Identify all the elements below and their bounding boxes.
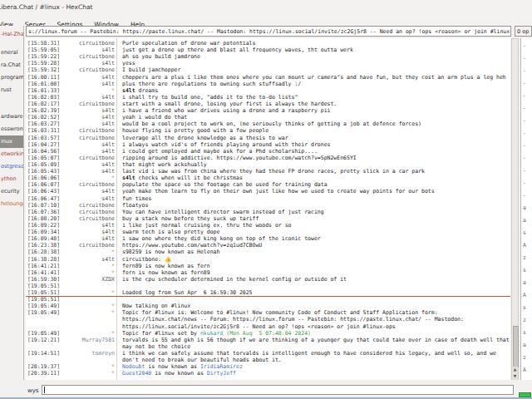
chat-message: circuitbone: 👍	[115, 256, 510, 263]
chat-row: https://linux.social/invite/zc2Gj5r8 -- …	[26, 323, 510, 330]
user-list-item[interactable]: s	[521, 227, 532, 239]
user-list-item[interactable]: A	[521, 364, 532, 377]
userlist-count: 0 op	[517, 28, 529, 35]
chat-row: [19:05:51]	[26, 296, 510, 303]
chat-message: i always watch vid's of friends playing …	[115, 141, 510, 148]
user-list-item[interactable]: A	[521, 239, 532, 252]
user-list-item[interactable]: a	[521, 214, 532, 227]
chat-nick: s4lt	[62, 74, 115, 81]
channel-tab-rust[interactable]: rust	[0, 84, 23, 96]
user-list-item[interactable]: a	[521, 202, 532, 214]
message-segment: circuitbone: 👍	[122, 256, 171, 263]
user-list-item[interactable]: -	[521, 115, 532, 127]
scrollbar-thumb[interactable]	[513, 326, 519, 367]
topic-bar[interactable]: s://linux.forum -- Pastebin: https://pas…	[26, 26, 511, 37]
chat-message: https://www.youtube.com/watch?v=zq1ud7CB…	[115, 242, 510, 249]
user-list-item[interactable]: -	[521, 65, 532, 77]
event-star: *	[62, 330, 115, 337]
channel-tab-eneral[interactable]: eneral	[0, 47, 23, 59]
scrollbar-down-icon[interactable]: ▼	[512, 373, 518, 380]
channel-tab-ostgresq[interactable]: ostgresq	[0, 160, 23, 173]
channel-tab-etworkin[interactable]: etworkin	[0, 148, 23, 160]
chat-nick: s4lt	[62, 47, 115, 53]
user-list-item[interactable]: z	[521, 314, 532, 327]
chat-row: [19:05:51]	[26, 283, 510, 289]
chat-timestamp: [19:05:51]	[26, 296, 62, 303]
user-list-item[interactable]: z	[521, 352, 532, 364]
user-list-item[interactable]: A	[521, 289, 532, 302]
user-list-item[interactable]: a	[521, 339, 532, 352]
chat-nick: s4lt	[62, 195, 115, 202]
chat-row: [20:19:37]*Nodoubt is now known as Iridi…	[26, 363, 510, 370]
chat-message: s98259 is now known as Helenah	[115, 249, 510, 255]
chat-timestamp: [19:12:21]	[26, 337, 62, 343]
message-input[interactable]	[42, 385, 514, 395]
chat-message: torvalds is 55 and gkh is 56 though if w…	[115, 337, 510, 343]
user-list-item[interactable]: a	[521, 277, 532, 289]
channel-tab-programm[interactable]: programm	[0, 71, 23, 84]
chat-message: i have a friend who war drives using a d…	[115, 107, 510, 114]
chat-message: Nodoubt is now known as IridiaRamirez	[115, 363, 510, 370]
user-list-item[interactable]: -	[521, 77, 532, 90]
channel-tab-inux[interactable]: inux	[0, 135, 23, 148]
user-list-item[interactable]: -	[521, 127, 532, 140]
channel-tab-helounge[interactable]: helounge	[0, 198, 23, 210]
channel-tab-ecurity[interactable]: ecurity	[0, 185, 23, 198]
chat-row: [16:09:22]s4lti like just normal cruisin…	[26, 222, 510, 229]
event-star: *	[62, 370, 115, 377]
channel-tab-ython[interactable]: ython	[0, 173, 23, 185]
user-list-item[interactable]: -	[521, 177, 532, 190]
user-list-item[interactable]: -	[521, 190, 532, 202]
chat-message: fern89 is now known as fern	[115, 263, 510, 269]
chat-nick: s4lt	[62, 188, 115, 195]
chat-row: [15:59:05]s4ltjust get a drone up there …	[26, 47, 510, 53]
chat-row: [16:41:21]*fern89 is now known as fern	[26, 263, 510, 269]
chat-row: [19:14:51]tomreyni think we can safely a…	[26, 350, 510, 357]
chat-message	[115, 283, 510, 289]
chat-message: ah so you build jamdrone	[115, 53, 510, 60]
chat-message: Topic for #linux is: Welcome to #linux! …	[115, 309, 510, 316]
message-segment: ah so you build jamdrone	[122, 53, 200, 60]
user-list-item[interactable]: -	[521, 152, 532, 165]
channel-tab-rachat[interactable]: ra.Chat	[0, 59, 23, 71]
channel-tab-ardware[interactable]: ardware	[0, 111, 23, 123]
chat-timestamp: [19:05:49]	[26, 303, 62, 309]
chat-nick	[62, 316, 115, 323]
chat-message: Purle speculation of drone war potential…	[115, 40, 510, 47]
chat-nick: s4lt	[62, 256, 115, 263]
message-segment: https://linux.chat/news -- Forum: https:…	[122, 316, 464, 323]
chat-nick: s4lt	[62, 168, 115, 175]
chat-nick: circuitbone	[62, 53, 115, 60]
chat-message: swarm tech is also pretty dope	[115, 229, 510, 235]
user-list-item[interactable]: s	[521, 327, 532, 339]
chat-message: ripping around is addictive. https://www…	[115, 155, 510, 161]
chat-timestamp: [16:09:48]	[26, 235, 62, 242]
user-list-item[interactable]: -	[521, 165, 532, 177]
chat-message: yeah i would do that	[115, 114, 510, 121]
channel-tab-esswrong[interactable]: esswrong	[0, 123, 23, 135]
user-list-item[interactable]: -	[521, 90, 532, 102]
channel-tab-halzha[interactable]: -Hal-Zha	[0, 28, 23, 41]
chat-scrollbar[interactable]: ▲ ▼	[511, 38, 519, 380]
message-segment: s4lt	[122, 87, 135, 94]
chat-nick	[62, 357, 115, 363]
chat-message: i like just normal cruising ex. thru the…	[115, 222, 510, 229]
user-list-item[interactable]: z	[521, 252, 532, 264]
user-list-item[interactable]: s	[521, 302, 532, 314]
message-segment: is now known as	[151, 370, 207, 377]
chat-row: [16:05:43]s4ltlast vid i saw was from ch…	[26, 168, 510, 175]
chat-message: Now talking on #linux	[115, 303, 510, 309]
chat-row: [16:04:56]s4lti could get employed and m…	[26, 148, 510, 155]
user-list-item[interactable]: -	[521, 40, 532, 52]
chat-timestamp: [15:58:31]	[26, 40, 62, 47]
scrollbar-up-icon[interactable]: ▲	[512, 367, 518, 373]
chat-timestamp: [20:39:11]	[26, 370, 62, 377]
chat-nick: s4lt	[62, 114, 115, 121]
chat-nick: s4lt	[62, 148, 115, 155]
user-list-item[interactable]: -	[521, 140, 532, 152]
chat-row: [16:08:20]circuitbonebuy a stack now bef…	[26, 215, 510, 222]
user-list-item[interactable]: -	[521, 52, 532, 65]
user-list-item[interactable]: s	[521, 264, 532, 277]
message-segment: house flying is pretty good with a few p…	[122, 127, 268, 134]
user-list-item[interactable]: -	[521, 102, 532, 115]
